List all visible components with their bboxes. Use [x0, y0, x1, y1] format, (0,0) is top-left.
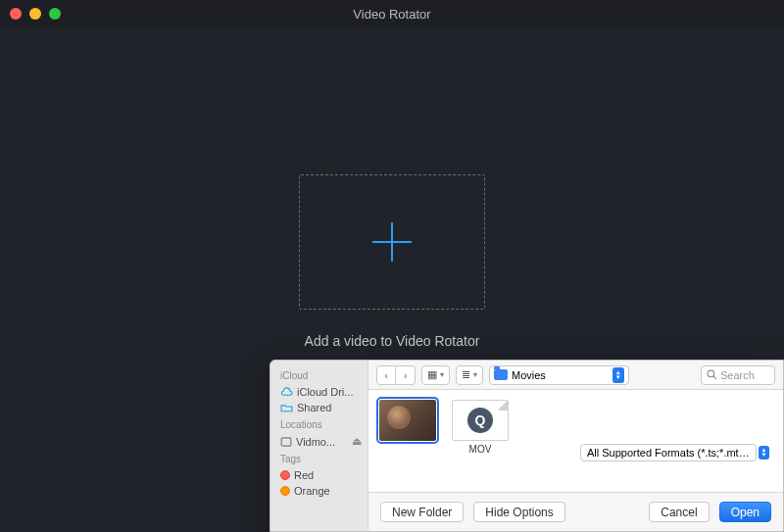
folder-icon [494, 369, 508, 380]
window-title: Video Rotator [0, 7, 784, 22]
sidebar-item-shared[interactable]: Shared [280, 400, 368, 415]
sidebar-tag-red[interactable]: Red [280, 467, 368, 483]
file-browser: Q MOV All Supported Formats (*.ts;*.mts;… [368, 390, 783, 492]
updown-arrows-icon: ▲▼ [612, 367, 624, 383]
disk-icon [280, 436, 292, 448]
search-icon [707, 369, 717, 380]
eject-icon[interactable]: ⏏ [352, 435, 362, 448]
new-folder-button[interactable]: New Folder [380, 502, 464, 522]
chevron-right-icon: › [404, 369, 408, 381]
page-curl-icon [498, 401, 508, 411]
updown-arrows-icon: ▲▼ [759, 446, 769, 459]
sidebar-header-tags: Tags [280, 454, 368, 464]
sidebar-item-label: Orange [294, 485, 330, 497]
video-thumbnail [379, 400, 436, 441]
group-by-button[interactable]: ≣▾ [456, 365, 483, 385]
file-item[interactable]: Q MOV [451, 400, 510, 455]
format-filter-label: All Supported Formats (*.ts;*.mts;*.... [580, 444, 757, 461]
view-icon-mode-button[interactable]: ▦▾ [421, 365, 450, 385]
location-popup[interactable]: Movies ▲▼ [489, 365, 629, 385]
mov-thumbnail: Q [452, 400, 509, 441]
plus-icon [372, 222, 412, 262]
quicktime-icon: Q [467, 408, 493, 433]
chevron-down-icon: ▾ [473, 370, 477, 379]
open-file-dialog: iCloud iCloud Dri... Shared Locations Vi… [270, 360, 784, 532]
shared-folder-icon [280, 403, 293, 412]
sidebar-item-vidmo-disk[interactable]: Vidmo... ⏏ [280, 433, 368, 450]
format-filter[interactable]: All Supported Formats (*.ts;*.mts;*.... … [580, 444, 769, 461]
window-controls [10, 8, 61, 20]
sidebar-item-label: Vidmo... [296, 436, 335, 448]
svg-line-2 [713, 376, 716, 379]
dropzone-label: Add a video to Video Rotator [305, 333, 480, 349]
svg-point-1 [708, 370, 714, 377]
nav-back-button[interactable]: ‹ [376, 365, 396, 385]
add-video-dropzone[interactable] [299, 174, 485, 310]
grid-icon: ▦ [427, 368, 437, 381]
sidebar-item-label: Shared [297, 402, 331, 413]
nav-forward-button[interactable]: › [396, 365, 416, 385]
titlebar: Video Rotator [0, 0, 784, 27]
file-item-name: MOV [469, 444, 492, 455]
file-item[interactable] [378, 400, 437, 444]
tag-dot-icon [280, 486, 290, 496]
file-dialog-toolbar: ‹ › ▦▾ ≣▾ Movies ▲▼ Search [368, 361, 783, 390]
chevron-down-icon: ▾ [440, 370, 444, 379]
file-dialog-bottombar: New Folder Hide Options Cancel Open [368, 492, 783, 531]
sidebar-header-icloud: iCloud [280, 370, 368, 381]
chevron-left-icon: ‹ [384, 369, 388, 381]
location-label: Movies [512, 369, 546, 381]
hide-options-button[interactable]: Hide Options [473, 502, 564, 522]
sidebar-header-locations: Locations [280, 419, 368, 430]
sidebar-item-icloud-drive[interactable]: iCloud Dri... [280, 384, 368, 400]
zoom-window-button[interactable] [49, 8, 61, 20]
cloud-icon [280, 387, 293, 397]
sidebar-item-label: Red [294, 469, 314, 481]
svg-rect-0 [281, 437, 291, 445]
minimize-window-button[interactable] [29, 8, 41, 20]
file-dialog-content: ‹ › ▦▾ ≣▾ Movies ▲▼ Search [368, 361, 783, 531]
nav-back-forward: ‹ › [376, 365, 416, 385]
file-dialog-sidebar: iCloud iCloud Dri... Shared Locations Vi… [270, 361, 368, 531]
cancel-button[interactable]: Cancel [649, 502, 709, 522]
sidebar-item-label: iCloud Dri... [297, 386, 353, 398]
tag-dot-icon [280, 470, 290, 480]
group-icon: ≣ [462, 368, 470, 381]
search-field[interactable]: Search [701, 365, 775, 385]
close-window-button[interactable] [10, 8, 22, 20]
open-button[interactable]: Open [719, 502, 771, 522]
sidebar-tag-orange[interactable]: Orange [280, 483, 368, 499]
search-placeholder: Search [720, 369, 755, 381]
